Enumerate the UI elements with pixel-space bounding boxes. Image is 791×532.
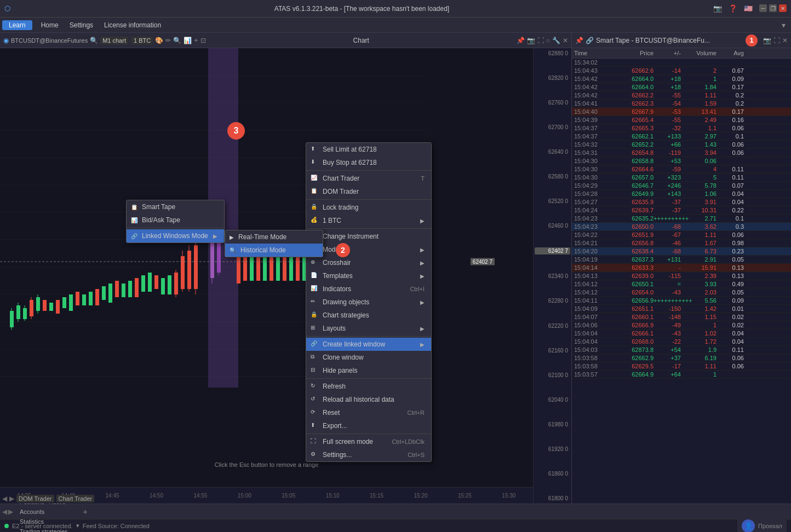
tape-avg: 0.05 (717, 256, 744, 263)
add-tab-button[interactable]: + (80, 507, 91, 516)
chart-trader-tab[interactable]: Chart Trader (56, 495, 95, 502)
close-button[interactable]: ✕ (779, 4, 787, 12)
timeframe-selector[interactable]: M1 chart (100, 37, 128, 44)
tape-price: 62665.3 (615, 125, 654, 131)
cm-dom-trader[interactable]: 📋 DOM Trader (306, 185, 431, 198)
color-icon[interactable]: 🎨 (155, 37, 163, 44)
settings-label: Settings... (323, 451, 352, 459)
bottom-tab-accounts[interactable]: Accounts (14, 507, 79, 517)
svg-rect-36 (128, 281, 132, 297)
cm-change-instrument[interactable]: 🔄 Change Instrument (306, 230, 431, 243)
price-label-14: 62040 0 (535, 397, 570, 403)
clone-icon: ⧉ (311, 354, 318, 361)
cm-reload-historical[interactable]: ↺ Reload all historical data (306, 393, 431, 406)
fullscreen-icon[interactable]: ⛶ (537, 37, 544, 44)
scroll-left-tab[interactable]: ◀ (2, 508, 7, 516)
chart-type-icon[interactable]: 📊 (184, 37, 192, 44)
cm-export[interactable]: ⬆ Export... (306, 419, 431, 432)
tape-time: 15:04:39 (574, 117, 615, 123)
cm-crosshair[interactable]: ⊕ Crosshair ▶ (306, 256, 431, 269)
sm-historical-mode[interactable]: 🔍 Historical Mode 2 (225, 244, 323, 257)
menu-home[interactable]: Home (36, 19, 64, 31)
dropdown-icon[interactable]: ▾ (76, 522, 79, 529)
strategies-icon: 🔒 (311, 311, 318, 319)
menu-settings[interactable]: Settings (64, 19, 99, 31)
reset-icon: ⟳ (311, 409, 318, 417)
zoom-icon[interactable]: 🔍 (173, 37, 181, 44)
tape-price: 62637.3 (615, 256, 654, 263)
cm-1btc[interactable]: 💰 1 BTC ▶ (306, 214, 431, 227)
tape-row: 15:04:04 62668.0 -22 1.72 0.04 (572, 338, 791, 346)
tape-change: -46 (654, 240, 681, 246)
tape-volume: 1.59 (681, 100, 717, 107)
cm-buy-stop[interactable]: ⬇ Buy Stop at 62718 (306, 156, 431, 169)
st-fullscreen-icon[interactable]: ⛶ (773, 37, 780, 44)
st-close-icon[interactable]: ✕ (782, 37, 788, 44)
tape-time: 15:04:20 (574, 248, 615, 255)
minimize-button[interactable]: ─ (759, 4, 767, 12)
cm-chart-strategies[interactable]: 🔒 Chart strategies (306, 309, 431, 322)
cm-sell-limit[interactable]: ⬆ Sell Limit at 62718 (306, 143, 431, 156)
wrench-icon[interactable]: 🔧 (552, 37, 560, 44)
cm-layouts[interactable]: ⊞ Layouts ▶ (306, 322, 431, 335)
pencil-icon[interactable]: ✏ (165, 37, 171, 44)
camera-icon[interactable]: 📷 (527, 37, 535, 44)
tape-volume: 1.06 (681, 190, 717, 197)
tape-time: 15:04:29 (574, 182, 615, 189)
cm-settings[interactable]: ⚙ Settings... Ctrl+S (306, 448, 431, 461)
chevron-down-icon[interactable]: ▾ (778, 21, 789, 30)
chart-symbol[interactable]: BTCUSDT@BinanceFutures (11, 37, 88, 44)
restore-button[interactable]: ❐ (769, 4, 777, 12)
st-camera-icon[interactable]: 📷 (763, 37, 771, 44)
sm-bidask-tape[interactable]: 📊 Bid/Ask Tape (127, 213, 224, 227)
plus-icon[interactable]: + (194, 36, 198, 44)
qty-selector[interactable]: 1 BTC (131, 37, 153, 44)
pin-icon[interactable]: 📌 (517, 37, 525, 44)
cm-mode[interactable]: ◈ Mode ▶ (306, 243, 431, 256)
cm-drawing-objects[interactable]: ✏ Drawing objects ▶ (306, 296, 431, 309)
cm-reset[interactable]: ⟳ Reset Ctrl+R (306, 406, 431, 419)
scroll-right-button[interactable]: ▶ (9, 495, 14, 502)
chart-status-msg: Click the Esc button to remove a range (215, 461, 319, 468)
tape-change: -53 (654, 108, 681, 115)
time-label-4: 14:55 (179, 493, 222, 499)
learn-button[interactable]: Learn (2, 20, 32, 30)
cm-fullscreen[interactable]: ⛶ Full screen mode Ctrl+LDbClk (306, 435, 431, 448)
chart-panel: ◉ BTCUSDT@BinanceFutures 🔍 M1 chart 1 BT… (0, 33, 572, 504)
tape-row: 15:04:37 62665.3 -32 1.1 0.06 (572, 124, 791, 132)
sm-smart-tape[interactable]: 📋 Smart Tape (127, 200, 224, 213)
help-icon[interactable]: ❓ (729, 4, 737, 13)
price-label-5: 62580 0 (535, 174, 570, 180)
tape-volume: 3.93 (681, 281, 717, 287)
search-icon[interactable]: 🔍 (90, 37, 98, 44)
cm-lock-trading[interactable]: 🔒 Lock trading (306, 201, 431, 214)
cm-indicators[interactable]: 📊 Indicators Ctrl+I (306, 282, 431, 296)
tape-avg: 0.49 (717, 281, 744, 287)
sm-linked-mode[interactable]: 🔗 Linked Windows Mode ▶ (127, 229, 224, 242)
tape-row: 15:04:22 62651.9 -67 1.11 0.06 (572, 231, 791, 239)
cm-chart-trader[interactable]: 📈 Chart Trader T (306, 172, 431, 185)
realtime-icon: ▶ (230, 234, 234, 240)
scroll-left-button[interactable]: ◀ (2, 495, 7, 502)
cm-refresh[interactable]: ↻ Refresh (306, 380, 431, 393)
smarttape-toolbar: 📌 🔗 Smart Tape - BTCUSDT@BinanceFu... 1 … (572, 33, 791, 48)
tape-change: -55 (654, 92, 681, 99)
tape-price: 62651.1 (615, 305, 654, 312)
cm-hide-panels[interactable]: ⊟ Hide panels (306, 364, 431, 377)
screenshot-icon[interactable]: 📷 (713, 4, 722, 13)
cm-create-linked[interactable]: 🔗 Create linked window ▶ (306, 338, 431, 351)
svg-rect-25 (56, 300, 60, 314)
square-icon[interactable]: ⊡ (200, 37, 206, 44)
circle-icon[interactable]: ○ (546, 37, 550, 44)
sm-realtime-mode[interactable]: ▶ Real-Time Mode (225, 230, 323, 244)
st-pin-icon[interactable]: 📌 (575, 37, 583, 44)
cm-clone-window[interactable]: ⧉ Clone window (306, 351, 431, 364)
menu-license[interactable]: License information (99, 19, 167, 31)
chart-close-icon[interactable]: ✕ (563, 37, 568, 44)
svg-rect-57 (250, 256, 254, 281)
dom-trader-tab[interactable]: DOM Trader (16, 495, 54, 502)
scroll-right-tab[interactable]: ▶ (8, 508, 13, 516)
notification-area: 👤 Проехал (737, 518, 787, 533)
st-link-icon[interactable]: 🔗 (586, 37, 594, 44)
cm-templates[interactable]: 📄 Templates ▶ (306, 269, 431, 282)
